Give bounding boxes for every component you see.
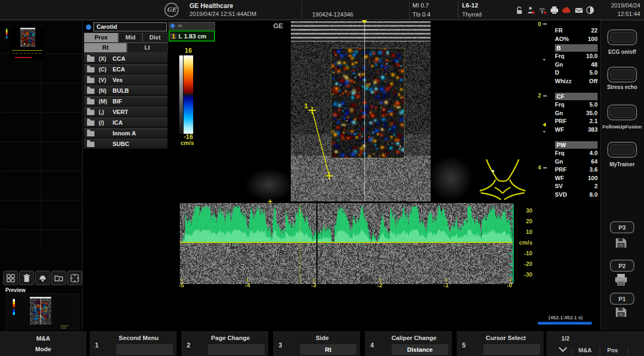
sweep-divider (316, 203, 317, 284)
spectrum-cursor-cross[interactable]: + (268, 197, 273, 206)
softkey-5-cursor-select[interactable]: 5 Cursor Select (457, 331, 544, 356)
preset-name: Thyroid (462, 11, 482, 18)
focus-marker[interactable] (543, 123, 546, 127)
param-value: 2 (594, 182, 598, 191)
tab-right-side[interactable]: Rt (84, 43, 127, 53)
param-row: Frq5.0 (555, 101, 598, 109)
softkey-value[interactable]: Distance (392, 344, 448, 355)
menu-item-vert[interactable]: (,)VERT (84, 107, 168, 117)
p3-button[interactable]: P3 (610, 221, 634, 233)
menu-item-eca[interactable]: (C)ECA (84, 64, 168, 75)
time-tick (247, 279, 248, 281)
p2-button[interactable]: P2 (610, 260, 634, 272)
image-orientation-label: GE (273, 22, 283, 30)
menu-item-key: (,) (99, 109, 104, 115)
axis-tick (511, 237, 513, 238)
ecg-button[interactable] (607, 29, 637, 45)
tab-mid[interactable]: Mid (118, 33, 142, 43)
time-tick-label: -3 (308, 282, 320, 288)
move-button[interactable] (67, 271, 82, 285)
spectral-doppler-strip[interactable] (180, 203, 513, 284)
exam-datetime: 2019/04/24 12:51:44ADM (189, 11, 256, 17)
printer-icon (614, 273, 629, 287)
tab-left-side[interactable]: Lt (127, 43, 168, 53)
softkey-value[interactable] (483, 344, 540, 355)
contrast-icon (586, 6, 595, 14)
softmenu-page-indicator: 1/2 (561, 335, 569, 342)
result-window-header (169, 22, 215, 30)
velocity-axis-unit: cm/s (516, 239, 532, 246)
menu-item-bif[interactable]: (M)BIF (84, 96, 168, 107)
softkey-1-second-menu[interactable]: 1 Second Menu (90, 331, 177, 356)
menu-item-ves[interactable]: (V)Ves (84, 75, 168, 85)
clock-time: 12:51:44 (598, 11, 640, 17)
loop-time-range: (452.1:452.1 s) (548, 314, 583, 320)
axis-tick (511, 258, 513, 260)
param-row: Frq4.0 (555, 149, 598, 158)
velocity-tick-label: 10 (516, 229, 532, 235)
stress-echo-button[interactable] (607, 67, 637, 83)
velocity-tick-label: -10 (516, 250, 532, 256)
mode-section[interactable]: M&A Mode (0, 331, 86, 356)
menu-item-subc[interactable]: SUBC (84, 139, 168, 149)
time-tick-label: -5 (176, 282, 187, 288)
distance-caliper[interactable] (296, 100, 344, 183)
folder-icon (87, 142, 94, 147)
softkey-value[interactable] (208, 344, 265, 355)
menu-item-label: ICA (113, 119, 123, 126)
menu-item-ica[interactable]: (/)ICA (84, 117, 168, 128)
camera-button[interactable] (35, 271, 50, 285)
folder-icon (87, 120, 94, 126)
softkey-label: Caliper Change (377, 335, 451, 341)
tis-readout: TIs 0.4 (412, 11, 431, 18)
loop-progress-bar[interactable] (538, 322, 592, 325)
tab-pos[interactable]: Pos (607, 347, 618, 353)
color-velocity-bar (184, 55, 193, 134)
image-shadow (429, 156, 473, 201)
beam-center-line (364, 21, 365, 201)
menu-item-label: CCA (113, 55, 125, 62)
softkey-4-caliper-change[interactable]: 4 Caliper Change Distance (365, 331, 452, 356)
p1-button[interactable]: P1 (610, 293, 634, 305)
depth-tick (543, 95, 547, 96)
export-folder-button[interactable] (51, 271, 66, 285)
param-section-cf: CF (555, 93, 598, 100)
axis-tick (511, 269, 513, 270)
menu-item-cca[interactable]: (X)CCA (84, 53, 168, 64)
velocity-tick-label: 20 (516, 218, 532, 224)
followup-fusion-button[interactable] (607, 104, 637, 120)
mode-label-bottom: Mode (0, 346, 86, 352)
chevron-down-icon[interactable] (558, 346, 568, 353)
clipboard-thumbnail[interactable] (11, 27, 45, 61)
mode-label-top: M&A (0, 335, 86, 342)
softkey-3-side[interactable]: 3 Side Rt (273, 331, 360, 356)
tab-dist[interactable]: Dist (142, 33, 168, 43)
softmenu-bar: M&A Mode 1 Second Menu 2 Page Change 3 S… (0, 330, 644, 356)
softkey-value[interactable] (116, 344, 173, 355)
delete-button[interactable] (19, 271, 34, 285)
result-type: L (178, 33, 182, 39)
axis-tick (509, 264, 513, 265)
folder-icon (87, 131, 94, 136)
menu-item-innom-a[interactable]: Innom A (84, 128, 168, 139)
grid-view-button[interactable] (3, 271, 18, 285)
menu-item-key: (/) (99, 119, 104, 126)
tab-ma[interactable]: M&A (578, 347, 592, 353)
menu-item-bulb[interactable]: (N)BULB (84, 85, 168, 96)
depth-tick (543, 167, 547, 168)
tab-prox[interactable]: Prox (84, 33, 118, 43)
mytrainer-button[interactable] (607, 142, 637, 158)
param-value: 383 (588, 126, 598, 134)
brand-title: GE Healthcare (189, 2, 233, 10)
param-row: SVD8.0 (555, 191, 598, 199)
param-label: Frq (555, 52, 565, 61)
param-row: WhizzOff (555, 77, 598, 86)
param-section-b: B (555, 44, 598, 52)
softkey-value[interactable]: Rt (300, 344, 356, 355)
ge-logo-icon: GE (164, 3, 179, 17)
softkey-label: Side (285, 335, 360, 341)
ecg-button-label: ECG on/off (600, 49, 644, 55)
softkey-2-page-change[interactable]: 2 Page Change (181, 331, 268, 356)
unlock-icon (515, 6, 525, 14)
spectrum-time-cursor[interactable] (300, 204, 300, 283)
